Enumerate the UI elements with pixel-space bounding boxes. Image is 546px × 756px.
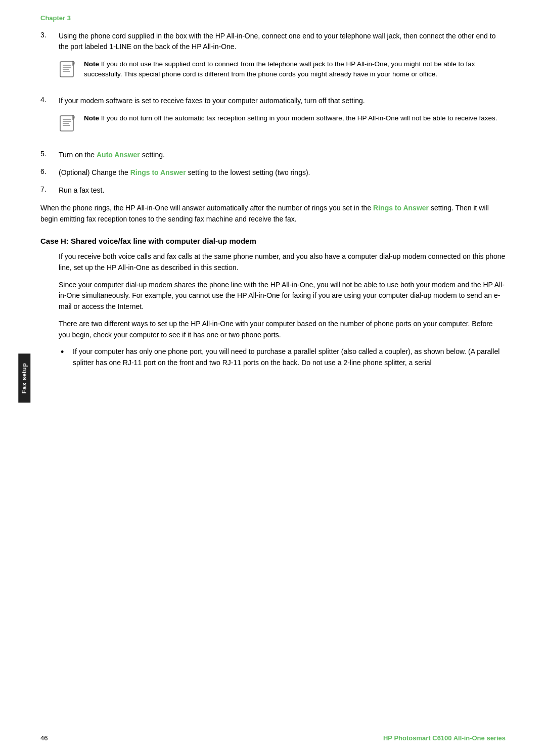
paragraph-after-steps: When the phone rings, the HP All-in-One … [40,203,506,225]
step-7-text: Run a fax test. [59,186,104,194]
step-7: 7. Run a fax test. [40,185,506,196]
chapter-label: Chapter 3 [40,14,71,22]
note-content-4: If you do not turn off the automatic fax… [101,114,497,122]
step-6-text-before: (Optional) Change the [59,168,130,176]
rings-to-answer-highlight: Rings to Answer [373,204,429,212]
note-label-3: Note [84,60,99,68]
step-5-text-before: Turn on the [59,151,97,159]
note-box-3: Note If you do not use the supplied cord… [59,57,506,83]
case-h-heading-text: Case H: Shared voice/fax line with compu… [40,237,256,245]
step-3-text: Using the phone cord supplied in the box… [59,32,495,51]
step-7-content: Run a fax test. [59,185,506,196]
bullet-dot-1: • [59,346,73,358]
step-4: 4. If your modem software is set to rece… [40,96,506,143]
bullet-list: • If your computer has only one phone po… [59,346,506,368]
note-content-3: If you do not use the supplied cord to c… [84,60,475,78]
note-svg-4 [59,114,77,132]
note-box-4: Note If you do not turn off the automati… [59,111,506,138]
step-5-number: 5. [40,150,59,158]
page-number: 46 [40,734,48,742]
case-h-para2: Since your computer dial-up modem shares… [59,280,506,313]
page-container: Fax setup Chapter 3 3. Using the phone c… [0,0,546,756]
step-6-highlight: Rings to Answer [130,168,186,176]
note-icon-3 [59,60,79,81]
step-3-content: Using the phone cord supplied in the box… [59,31,506,88]
bullet-item-1: • If your computer has only one phone po… [59,346,506,368]
case-h-para2-text: Since your computer dial-up modem shares… [59,281,505,310]
case-h-content: If you receive both voice calls and fax … [59,251,506,368]
case-h-heading: Case H: Shared voice/fax line with compu… [40,237,506,245]
footer: 46 HP Photosmart C6100 All-in-One series [40,734,506,742]
step-4-text: If your modem software is set to receive… [59,97,365,105]
step-6-content: (Optional) Change the Rings to Answer se… [59,167,506,178]
step-3: 3. Using the phone cord supplied in the … [40,31,506,88]
case-h-para1-text: If you receive both voice calls and fax … [59,252,505,272]
side-tab: Fax setup [18,353,30,403]
step-4-number: 4. [40,96,59,104]
para-text-1: When the phone rings, the HP All-in-One … [40,204,373,212]
step-5-text-after: setting. [140,151,165,159]
step-6: 6. (Optional) Change the Rings to Answer… [40,167,506,178]
product-name: HP Photosmart C6100 All-in-One series [383,734,506,742]
step-4-content: If your modem software is set to receive… [59,96,506,143]
side-tab-label: Fax setup [21,363,28,393]
step-6-text-after: setting to the lowest setting (two rings… [186,168,310,176]
note-text-4: Note If you do not turn off the automati… [84,113,497,123]
case-h-para1: If you receive both voice calls and fax … [59,251,506,273]
chapter-header: Chapter 3 [40,14,506,22]
note-text-3: Note If you do not use the supplied cord… [84,59,506,80]
note-svg-3 [59,60,77,78]
step-5-highlight: Auto Answer [97,151,140,159]
note-icon-4 [59,114,79,136]
step-5: 5. Turn on the Auto Answer setting. [40,150,506,160]
case-h-para3: There are two different ways to set up t… [59,319,506,340]
bullet-1-text: If your computer has only one phone port… [73,347,499,367]
step-6-number: 6. [40,167,59,175]
bullet-content-1: If your computer has only one phone port… [73,346,506,368]
step-7-number: 7. [40,185,59,193]
content-area: 3. Using the phone cord supplied in the … [40,31,506,369]
step-3-number: 3. [40,31,59,39]
case-h-para3-text: There are two different ways to set up t… [59,320,493,339]
step-5-content: Turn on the Auto Answer setting. [59,150,506,160]
note-label-4: Note [84,114,99,122]
